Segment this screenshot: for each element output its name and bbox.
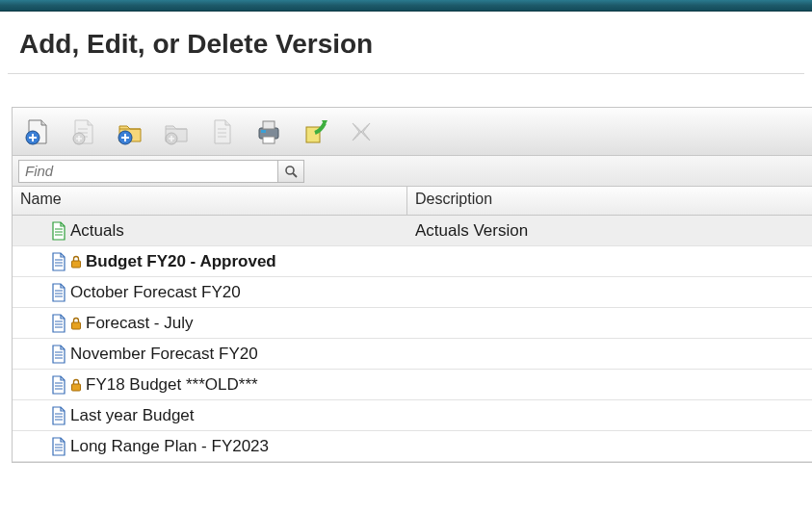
document-icon (51, 283, 66, 302)
app-top-bar (0, 0, 812, 12)
delete-button[interactable] (346, 116, 377, 147)
row-name-text: Last year Budget (70, 406, 195, 425)
grid-header: Name Description (13, 187, 812, 216)
document-icon (51, 221, 66, 241)
table-row[interactable]: Budget FY20 - Approved (13, 246, 812, 277)
grid-body: ActualsActuals Version Budget FY20 - App… (13, 216, 812, 462)
find-bar (13, 156, 812, 187)
row-name-text: FY18 Budget ***OLD*** (86, 375, 258, 395)
table-row[interactable]: November Forecast FY20 (13, 339, 812, 370)
print-button[interactable] (253, 116, 284, 147)
table-row[interactable]: Forecast - July (13, 308, 812, 339)
cell-description (407, 246, 812, 276)
document-icon (51, 406, 66, 425)
svg-rect-17 (72, 261, 81, 268)
svg-line-10 (293, 173, 297, 177)
cell-name: FY18 Budget ***OLD*** (13, 370, 407, 399)
svg-rect-24 (72, 322, 81, 329)
cell-description (407, 370, 812, 399)
cell-description (407, 339, 812, 369)
cell-name: Forecast - July (13, 308, 407, 338)
new-sheet-button[interactable] (22, 116, 53, 147)
row-name-text: November Forecast FY20 (70, 345, 258, 364)
svg-rect-7 (261, 130, 266, 133)
row-name-text: Actuals (70, 221, 124, 241)
copy-sheet-button[interactable] (68, 116, 99, 147)
cell-name: October Forecast FY20 (13, 277, 407, 307)
lock-icon (70, 378, 82, 392)
cell-name: Budget FY20 - Approved (13, 246, 407, 276)
cell-description (407, 400, 812, 430)
table-row[interactable]: ActualsActuals Version (13, 216, 812, 246)
table-row[interactable]: October Forecast FY20 (13, 277, 812, 308)
table-row[interactable]: Last year Budget (13, 400, 812, 431)
lock-icon (70, 255, 82, 269)
page-title: Add, Edit, or Delete Version (8, 12, 804, 74)
svg-rect-6 (263, 137, 275, 143)
version-panel: Name Description ActualsActuals Version … (12, 107, 812, 463)
svg-point-9 (286, 166, 294, 174)
table-row[interactable]: Long Range Plan - FY2023 (13, 431, 812, 462)
toolbar (13, 108, 812, 156)
lock-icon (70, 317, 82, 330)
column-header-description[interactable]: Description (407, 187, 812, 215)
row-name-text: October Forecast FY20 (70, 283, 241, 302)
cell-description (407, 431, 812, 461)
column-header-name[interactable]: Name (13, 187, 407, 215)
document-icon (51, 437, 66, 456)
row-name-text: Forecast - July (86, 314, 193, 333)
svg-rect-5 (263, 121, 275, 129)
table-row[interactable]: FY18 Budget ***OLD*** (13, 370, 812, 400)
export-button[interactable] (300, 116, 330, 147)
cell-name: Last year Budget (13, 400, 407, 430)
svg-rect-31 (72, 384, 81, 391)
cell-name: November Forecast FY20 (13, 339, 407, 369)
cell-name: Actuals (13, 216, 407, 245)
document-icon (51, 345, 66, 364)
row-name-text: Long Range Plan - FY2023 (70, 437, 269, 456)
cell-description (407, 308, 812, 338)
search-icon (284, 165, 298, 178)
cell-description: Actuals Version (407, 216, 812, 245)
find-input[interactable] (18, 160, 278, 183)
cell-name: Long Range Plan - FY2023 (13, 431, 407, 461)
document-button[interactable] (207, 116, 238, 147)
folder-button[interactable] (161, 116, 192, 147)
row-name-text: Budget FY20 - Approved (86, 252, 276, 271)
cell-description (407, 277, 812, 307)
document-icon (51, 252, 66, 271)
find-button[interactable] (277, 160, 304, 183)
document-icon (51, 375, 66, 395)
new-folder-button[interactable] (115, 116, 145, 147)
document-icon (51, 314, 66, 333)
